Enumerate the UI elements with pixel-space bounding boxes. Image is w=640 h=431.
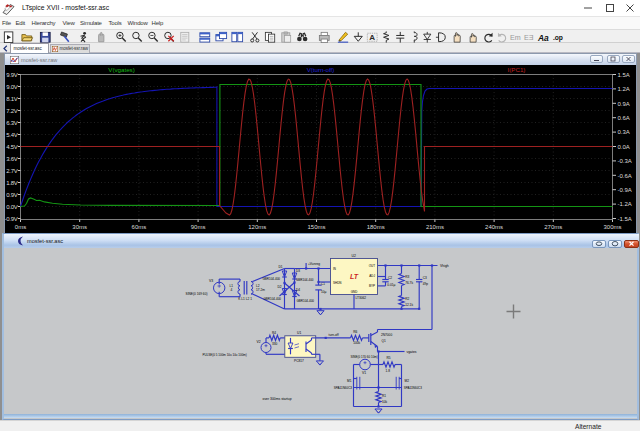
svg-text:LT3062: LT3062 [356, 296, 367, 300]
svg-text:100k: 100k [353, 341, 360, 345]
svg-text:over 300ms startup: over 300ms startup [263, 397, 292, 401]
svg-text:120ms: 120ms [248, 224, 266, 230]
svg-text:150ms: 150ms [307, 224, 325, 230]
svg-text:Em: Em [510, 34, 521, 42]
svg-text:-0.9V: -0.9V [5, 216, 18, 222]
svg-text:V(turn-off): V(turn-off) [307, 66, 335, 73]
svg-text:10k: 10k [382, 400, 388, 404]
svg-text:1.2A: 1.2A [618, 86, 630, 92]
svg-text:49p: 49p [423, 282, 429, 286]
svg-text:vgates: vgates [407, 350, 417, 354]
svg-text:SPA11N60C3: SPA11N60C3 [404, 386, 423, 390]
svg-text:SPA11N60C3: SPA11N60C3 [334, 386, 353, 390]
svg-text:IN: IN [333, 267, 336, 271]
svg-text:LT: LT [350, 273, 359, 280]
svg-text:76.7k: 76.7k [405, 281, 413, 285]
svg-text:Aa: Aa [537, 32, 549, 42]
svg-text:1.5A: 1.5A [618, 72, 630, 78]
svg-text:8.1V: 8.1V [6, 96, 18, 102]
svg-text:PULSE(0 5 100m 10u 10u 100m): PULSE(0 5 100m 10u 10u 100m) [203, 353, 247, 357]
svg-text:0ms: 0ms [15, 224, 26, 230]
svg-text:0.9V: 0.9V [6, 192, 18, 198]
svg-text:V3: V3 [209, 279, 213, 283]
svg-text:U2: U2 [352, 254, 356, 258]
svg-text:90ms: 90ms [191, 224, 206, 230]
svg-text:-0.6A: -0.6A [618, 173, 632, 179]
svg-text:330: 330 [272, 342, 278, 346]
svg-text:V(vgates): V(vgates) [108, 66, 134, 73]
svg-text:PC817: PC817 [294, 359, 304, 363]
svg-text:OUT: OUT [369, 264, 376, 268]
svg-text:-0.3A: -0.3A [618, 158, 632, 164]
svg-text:0.0V: 0.0V [6, 204, 18, 210]
svg-text:6.3V: 6.3V [6, 120, 18, 126]
svg-text:R4: R4 [272, 331, 276, 335]
svg-text:SHDN: SHDN [333, 281, 342, 285]
svg-text:turn-off: turn-off [329, 333, 339, 337]
svg-text:ADJ: ADJ [369, 274, 375, 278]
svg-text:300ms: 300ms [603, 224, 621, 230]
svg-text:7.2V: 7.2V [6, 108, 18, 114]
svg-text:4.5V: 4.5V [6, 144, 18, 150]
svg-text:A: A [369, 32, 375, 41]
svg-text:-0.9A: -0.9A [618, 187, 632, 193]
svg-text:60ms: 60ms [132, 224, 147, 230]
svg-text:SINE(0 169 60): SINE(0 169 60) [186, 292, 208, 296]
svg-text:4: 4 [231, 288, 233, 292]
svg-text:210ms: 210ms [426, 224, 444, 230]
svg-text:R6: R6 [353, 330, 357, 334]
svg-text:BYP: BYP [369, 284, 375, 288]
svg-text:R3: R3 [405, 275, 409, 279]
svg-text:180ms: 180ms [367, 224, 385, 230]
svg-text:V2: V2 [257, 340, 261, 344]
svg-text:L1: L1 [230, 284, 234, 288]
svg-text:5.4V: 5.4V [6, 132, 18, 138]
svg-text:270ms: 270ms [544, 224, 562, 230]
svg-text:0.9A: 0.9A [618, 101, 630, 107]
svg-text:Q1: Q1 [382, 339, 386, 343]
svg-text:0.01µ: 0.01µ [387, 283, 395, 287]
svg-text:.op: .op [553, 33, 563, 41]
svg-text:C2: C2 [388, 276, 392, 280]
svg-text:L2: L2 [256, 284, 260, 288]
svg-text:D3: D3 [296, 269, 300, 273]
svg-text:M2: M2 [405, 379, 410, 383]
svg-text:D2: D2 [278, 285, 282, 289]
svg-text:I(PC1): I(PC1) [508, 66, 526, 73]
svg-text:10µ: 10µ [321, 290, 327, 294]
svg-text:9.0V: 9.0V [6, 84, 18, 90]
svg-text:9.9V: 9.9V [6, 72, 18, 78]
svg-text:240ms: 240ms [485, 224, 503, 230]
svg-text:1.8: 1.8 [386, 369, 391, 373]
svg-text:0.0A: 0.0A [618, 144, 630, 150]
svg-text:+Vunreg: +Vunreg [308, 262, 320, 266]
svg-text:SINE(0 170 60 10m): SINE(0 170 60 10m) [351, 355, 378, 359]
svg-text:GBR104-400: GBR104-400 [263, 277, 281, 281]
svg-text:30ms: 30ms [72, 224, 87, 230]
svg-text:1.8V: 1.8V [6, 180, 18, 186]
svg-text:V1: V1 [362, 371, 366, 375]
svg-text:17.2m: 17.2m [256, 288, 265, 292]
svg-text:R5: R5 [387, 356, 391, 360]
svg-text:-1.5A: -1.5A [618, 216, 632, 222]
svg-text:GBR104-400: GBR104-400 [297, 299, 315, 303]
svg-text:GBR104-400: GBR104-400 [296, 278, 314, 282]
svg-text:3.6V: 3.6V [6, 156, 18, 162]
svg-text:U1: U1 [297, 331, 301, 335]
svg-text:M1: M1 [347, 379, 352, 383]
svg-text:D4: D4 [296, 288, 300, 292]
svg-text:-1.2A: -1.2A [618, 201, 632, 207]
svg-text:K L1 L2 1: K L1 L2 1 [238, 297, 252, 301]
svg-text:D1: D1 [279, 265, 283, 269]
svg-text:R1: R1 [382, 394, 386, 398]
svg-text:GBR104-400: GBR104-400 [264, 297, 282, 301]
svg-text:2.7V: 2.7V [6, 168, 18, 174]
svg-text:0.6A: 0.6A [618, 115, 630, 121]
svg-text:R2: R2 [405, 297, 409, 301]
svg-text:Vhigh: Vhigh [440, 264, 449, 268]
svg-text:C3: C3 [423, 276, 427, 280]
svg-text:2N7000: 2N7000 [381, 333, 392, 337]
svg-text:12.1k: 12.1k [405, 303, 413, 307]
svg-text:GND: GND [351, 290, 359, 294]
svg-text:EƎ: EƎ [524, 34, 534, 42]
